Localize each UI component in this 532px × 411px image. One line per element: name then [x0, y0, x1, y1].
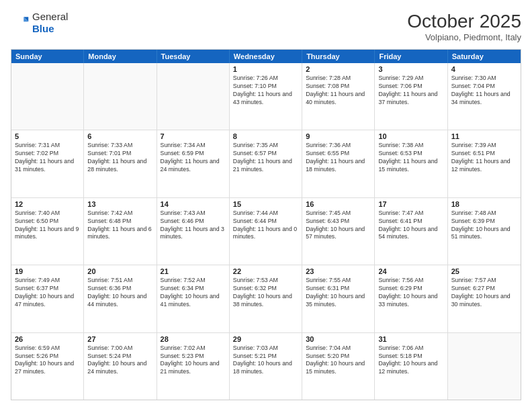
day-detail: Sunrise: 7:40 AM Sunset: 6:50 PM Dayligh… [15, 210, 80, 242]
day-cell-19: 19Sunrise: 7:49 AM Sunset: 6:37 PM Dayli… [11, 265, 84, 332]
day-number: 25 [451, 267, 517, 275]
day-number: 26 [15, 335, 80, 343]
day-detail: Sunrise: 7:49 AM Sunset: 6:37 PM Dayligh… [15, 277, 80, 309]
calendar-row-0: 1Sunrise: 7:26 AM Sunset: 7:10 PM Daylig… [11, 63, 521, 130]
day-detail: Sunrise: 7:55 AM Sunset: 6:31 PM Dayligh… [306, 277, 371, 309]
day-number: 12 [15, 200, 80, 208]
day-number: 21 [161, 267, 226, 275]
header-cell-monday: Monday [84, 50, 157, 63]
calendar-row-4: 26Sunrise: 6:59 AM Sunset: 5:26 PM Dayli… [11, 332, 521, 400]
calendar-body: 1Sunrise: 7:26 AM Sunset: 7:10 PM Daylig… [11, 63, 521, 400]
day-detail: Sunrise: 7:38 AM Sunset: 6:53 PM Dayligh… [378, 142, 443, 174]
logo: General Blue [11, 11, 68, 35]
day-detail: Sunrise: 7:52 AM Sunset: 6:34 PM Dayligh… [161, 277, 226, 309]
day-cell-1: 1Sunrise: 7:26 AM Sunset: 7:10 PM Daylig… [230, 63, 302, 130]
day-cell-3: 3Sunrise: 7:29 AM Sunset: 7:06 PM Daylig… [375, 63, 447, 130]
day-cell-27: 27Sunrise: 7:00 AM Sunset: 5:24 PM Dayli… [84, 333, 157, 400]
header-cell-friday: Friday [375, 50, 447, 63]
day-detail: Sunrise: 7:51 AM Sunset: 6:36 PM Dayligh… [87, 277, 152, 309]
day-detail: Sunrise: 6:59 AM Sunset: 5:26 PM Dayligh… [15, 345, 80, 377]
day-detail: Sunrise: 7:02 AM Sunset: 5:23 PM Dayligh… [161, 345, 226, 377]
day-detail: Sunrise: 7:00 AM Sunset: 5:24 PM Dayligh… [87, 345, 152, 377]
day-number: 16 [306, 200, 371, 208]
day-cell-29: 29Sunrise: 7:03 AM Sunset: 5:21 PM Dayli… [230, 333, 302, 400]
day-number: 17 [378, 200, 443, 208]
day-cell-5: 5Sunrise: 7:31 AM Sunset: 7:02 PM Daylig… [11, 130, 84, 197]
day-number: 7 [161, 132, 226, 140]
day-cell-17: 17Sunrise: 7:47 AM Sunset: 6:41 PM Dayli… [375, 198, 447, 265]
day-number: 6 [87, 132, 152, 140]
day-number: 20 [87, 267, 152, 275]
day-cell-28: 28Sunrise: 7:02 AM Sunset: 5:23 PM Dayli… [157, 333, 230, 400]
day-detail: Sunrise: 7:57 AM Sunset: 6:27 PM Dayligh… [451, 277, 517, 309]
day-detail: Sunrise: 7:35 AM Sunset: 6:57 PM Dayligh… [233, 142, 298, 174]
month-title: October 2025 [407, 11, 521, 32]
empty-cell-0-1 [84, 63, 157, 130]
day-detail: Sunrise: 7:03 AM Sunset: 5:21 PM Dayligh… [233, 345, 298, 377]
day-number: 28 [161, 335, 226, 343]
day-cell-6: 6Sunrise: 7:33 AM Sunset: 7:01 PM Daylig… [84, 130, 157, 197]
empty-cell-0-2 [157, 63, 230, 130]
title-block: October 2025 Volpiano, Piedmont, Italy [407, 11, 521, 42]
day-detail: Sunrise: 7:47 AM Sunset: 6:41 PM Dayligh… [378, 210, 443, 242]
header-cell-wednesday: Wednesday [230, 50, 302, 63]
day-cell-26: 26Sunrise: 6:59 AM Sunset: 5:26 PM Dayli… [11, 333, 84, 400]
day-number: 27 [87, 335, 152, 343]
day-cell-21: 21Sunrise: 7:52 AM Sunset: 6:34 PM Dayli… [157, 265, 230, 332]
header: General Blue October 2025 Volpiano, Pied… [11, 11, 521, 42]
day-detail: Sunrise: 7:30 AM Sunset: 7:04 PM Dayligh… [451, 75, 517, 107]
day-cell-7: 7Sunrise: 7:34 AM Sunset: 6:59 PM Daylig… [157, 130, 230, 197]
day-detail: Sunrise: 7:36 AM Sunset: 6:55 PM Dayligh… [306, 142, 371, 174]
day-cell-18: 18Sunrise: 7:48 AM Sunset: 6:39 PM Dayli… [448, 198, 521, 265]
day-number: 1 [233, 65, 298, 73]
day-detail: Sunrise: 7:29 AM Sunset: 7:06 PM Dayligh… [378, 75, 443, 107]
day-number: 23 [306, 267, 371, 275]
day-number: 5 [15, 132, 80, 140]
day-number: 31 [378, 335, 443, 343]
day-detail: Sunrise: 7:04 AM Sunset: 5:20 PM Dayligh… [306, 345, 371, 377]
day-detail: Sunrise: 7:43 AM Sunset: 6:46 PM Dayligh… [161, 210, 226, 242]
day-cell-13: 13Sunrise: 7:42 AM Sunset: 6:48 PM Dayli… [84, 198, 157, 265]
day-cell-24: 24Sunrise: 7:56 AM Sunset: 6:29 PM Dayli… [375, 265, 447, 332]
day-cell-10: 10Sunrise: 7:38 AM Sunset: 6:53 PM Dayli… [375, 130, 447, 197]
day-cell-2: 2Sunrise: 7:28 AM Sunset: 7:08 PM Daylig… [302, 63, 375, 130]
day-cell-31: 31Sunrise: 7:06 AM Sunset: 5:18 PM Dayli… [375, 333, 447, 400]
day-number: 30 [306, 335, 371, 343]
day-cell-15: 15Sunrise: 7:44 AM Sunset: 6:44 PM Dayli… [230, 198, 302, 265]
empty-cell-0-0 [11, 63, 84, 130]
logo-blue: Blue [32, 23, 54, 34]
day-detail: Sunrise: 7:28 AM Sunset: 7:08 PM Dayligh… [306, 75, 371, 107]
page: General Blue October 2025 Volpiano, Pied… [0, 0, 532, 411]
calendar: SundayMondayTuesdayWednesdayThursdayFrid… [11, 49, 521, 400]
calendar-row-1: 5Sunrise: 7:31 AM Sunset: 7:02 PM Daylig… [11, 130, 521, 197]
empty-cell-4-6 [448, 333, 521, 400]
day-number: 14 [161, 200, 226, 208]
day-cell-12: 12Sunrise: 7:40 AM Sunset: 6:50 PM Dayli… [11, 198, 84, 265]
day-number: 19 [15, 267, 80, 275]
day-number: 24 [378, 267, 443, 275]
day-detail: Sunrise: 7:48 AM Sunset: 6:39 PM Dayligh… [451, 210, 517, 242]
day-number: 15 [233, 200, 298, 208]
day-detail: Sunrise: 7:33 AM Sunset: 7:01 PM Dayligh… [87, 142, 152, 174]
day-detail: Sunrise: 7:53 AM Sunset: 6:32 PM Dayligh… [233, 277, 298, 309]
day-number: 9 [306, 132, 371, 140]
day-cell-22: 22Sunrise: 7:53 AM Sunset: 6:32 PM Dayli… [230, 265, 302, 332]
logo-text: General Blue [32, 11, 68, 35]
day-number: 2 [306, 65, 371, 73]
day-cell-8: 8Sunrise: 7:35 AM Sunset: 6:57 PM Daylig… [230, 130, 302, 197]
day-number: 8 [233, 132, 298, 140]
day-cell-9: 9Sunrise: 7:36 AM Sunset: 6:55 PM Daylig… [302, 130, 375, 197]
day-number: 22 [233, 267, 298, 275]
day-detail: Sunrise: 7:42 AM Sunset: 6:48 PM Dayligh… [87, 210, 152, 242]
day-number: 3 [378, 65, 443, 73]
day-cell-23: 23Sunrise: 7:55 AM Sunset: 6:31 PM Dayli… [302, 265, 375, 332]
header-cell-saturday: Saturday [448, 50, 521, 63]
day-number: 13 [87, 200, 152, 208]
day-detail: Sunrise: 7:44 AM Sunset: 6:44 PM Dayligh… [233, 210, 298, 242]
day-number: 10 [378, 132, 443, 140]
day-detail: Sunrise: 7:56 AM Sunset: 6:29 PM Dayligh… [378, 277, 443, 309]
header-cell-tuesday: Tuesday [157, 50, 230, 63]
day-number: 4 [451, 65, 517, 73]
logo-icon [11, 13, 30, 32]
header-cell-thursday: Thursday [302, 50, 375, 63]
